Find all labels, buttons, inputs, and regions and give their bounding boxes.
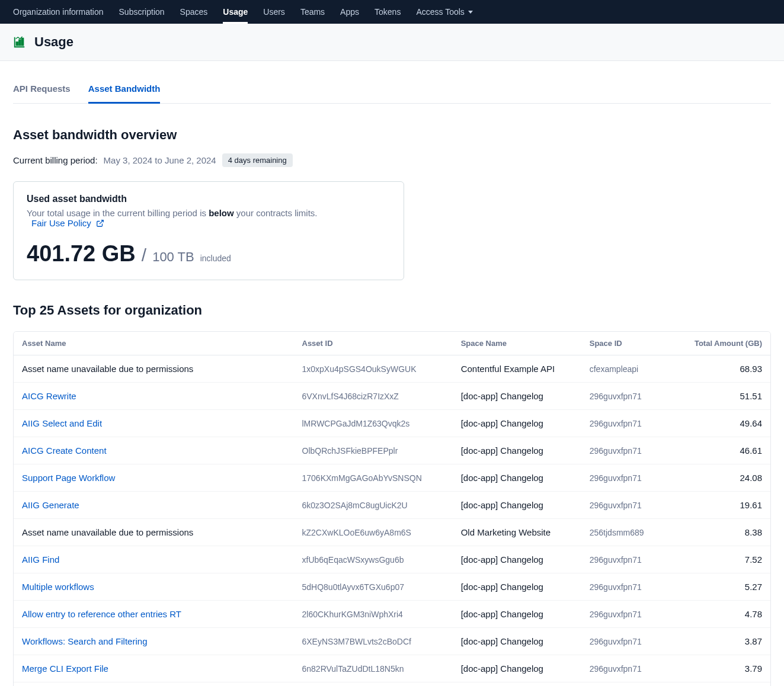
cell-asset-id: 1VQ3EUX3dqiVUKjF7NoF4K [294,682,453,686]
cell-total-amount: 5.27 [680,573,770,601]
usage-used: 401.72 GB [27,241,136,267]
cell-space-name: [doc-app] Changelog [453,410,581,437]
cell-space-name: [doc-app] Changelog [453,437,581,464]
cell-space-id: 296guvxfpn71 [581,573,680,601]
billing-label: Current billing period: [13,155,98,165]
cell-space-name: [doc-app] Changelog [453,601,581,628]
svg-line-3 [100,220,103,223]
top-assets-title: Top 25 Assets for organization [13,303,771,318]
asset-link[interactable]: AICG Rewrite [22,391,76,401]
asset-link[interactable]: Support Page Workflow [22,473,115,483]
cell-space-id: 296guvxfpn71 [581,628,680,655]
page-header: Usage [0,24,784,61]
cell-asset-id: 6k0z3O2SAj8mC8ugUicK2U [294,492,453,519]
cell-asset-id: 5dHQ8u0tlAyvx6TGXu6p07 [294,573,453,601]
cell-space-id: 296guvxfpn71 [581,410,680,437]
nav-usage[interactable]: Usage [223,0,248,24]
asset-link[interactable]: AICG Create Content [22,445,107,456]
usage-chart-icon [13,36,26,49]
nav-label: Teams [300,7,325,17]
cell-space-id: 296guvxfpn71 [581,464,680,492]
cell-asset-name: AIIG Find [14,546,294,573]
nav-label: Users [263,7,285,17]
tab-api-requests[interactable]: API Requests [13,76,71,103]
nav-subscription[interactable]: Subscription [119,0,165,24]
asset-link[interactable]: Allow entry to reference other entries R… [22,609,181,619]
table-row: AIIG Generate6k0z3O2SAj8mC8ugUicK2U[doc-… [14,492,770,519]
cell-asset-id: 1x0xpXu4pSGS4OukSyWGUK [294,355,453,383]
billing-period: Current billing period: May 3, 2024 to J… [13,153,771,167]
tab-asset-bandwidth[interactable]: Asset Bandwidth [88,76,161,104]
cell-asset-name: learning_center2 [14,682,294,686]
cell-asset-id: xfUb6qEqacWSxywsGgu6b [294,546,453,573]
table-row: Allow entry to reference other entries R… [14,601,770,628]
nav-spaces[interactable]: Spaces [180,0,208,24]
cell-space-id: 296guvxfpn71 [581,546,680,573]
top-nav: Organization informationSubscriptionSpac… [0,0,784,24]
cell-space-id: 296guvxfpn71 [581,492,680,519]
cell-asset-id: OlbQRchJSFkieBPFEPplr [294,437,453,464]
chevron-down-icon [468,11,473,14]
nav-users[interactable]: Users [263,0,285,24]
cell-asset-name: Merge CLI Export File [14,655,294,682]
cell-total-amount: 8.38 [680,519,770,546]
cell-total-amount: 3.79 [680,655,770,682]
nav-label: Organization information [13,7,104,17]
cell-space-id: 296guvxfpn71 [581,437,680,464]
usage-values: 401.72 GB / 100 TB included [27,241,391,267]
cell-total-amount: 3.2 [680,682,770,686]
nav-teams[interactable]: Teams [300,0,325,24]
days-remaining-badge: 4 days remaining [222,153,293,167]
table-row: Support Page Workflow1706KXmMgGAGoAbYvSN… [14,464,770,492]
table-row: learning_center21VQ3EUX3dqiVUKjF7NoF4K[d… [14,682,770,686]
cell-space-name: [doc-app] Changelog [453,492,581,519]
asset-link[interactable]: Workflows: Search and Filtering [22,636,147,646]
cell-asset-id: 6VXnvLfS4J68cizR7IzXxZ [294,383,453,410]
cell-total-amount: 68.93 [680,355,770,383]
asset-link[interactable]: AIIG Select and Edit [22,418,102,428]
cell-space-name: [doc-app] Changelog [453,546,581,573]
col-space-id: Space ID [581,332,680,355]
cell-space-name: Old Marketing Website [453,519,581,546]
col-asset-id: Asset ID [294,332,453,355]
fair-use-policy-link[interactable]: Fair Use Policy [31,218,104,228]
svg-rect-0 [17,42,18,46]
cell-asset-name: Workflows: Search and Filtering [14,628,294,655]
nav-apps[interactable]: Apps [340,0,359,24]
table-row: Asset name unavailable due to permission… [14,519,770,546]
external-link-icon [96,219,104,227]
cell-space-id: 256tjdsmm689 [581,519,680,546]
asset-link[interactable]: Merge CLI Export File [22,663,108,674]
asset-link[interactable]: Multiple workflows [22,582,94,592]
page-title: Usage [34,34,73,50]
cell-asset-name: Multiple workflows [14,573,294,601]
cell-space-name: [doc-app] Changelog [453,464,581,492]
table-row: AIIG Select and EditlMRWCPGaJdM1Z63Qvqk2… [14,410,770,437]
usage-included-label: included [200,254,231,263]
cell-asset-name: Asset name unavailable due to permission… [14,519,294,546]
cell-asset-id: kZ2CXwKLOoE6uw6yA8m6S [294,519,453,546]
desc-pre: Your total usage in the current billing … [27,208,209,218]
nav-label: Tokens [375,7,401,17]
link-text: Fair Use Policy [31,218,91,228]
nav-label: Usage [223,7,248,17]
cell-space-id: cfexampleapi [581,355,680,383]
cell-total-amount: 3.87 [680,628,770,655]
asset-link[interactable]: AIIG Generate [22,500,79,510]
card-title: Used asset bandwidth [27,194,391,204]
table-row: AICG Create ContentOlbQRchJSFkieBPFEPplr… [14,437,770,464]
nav-tokens[interactable]: Tokens [375,0,401,24]
nav-access-tools[interactable]: Access Tools [416,0,472,24]
table-row: Asset name unavailable due to permission… [14,355,770,383]
col-total: Total Amount (GB) [680,332,770,355]
cell-asset-name: Allow entry to reference other entries R… [14,601,294,628]
asset-link[interactable]: AIIG Find [22,554,59,565]
nav-organization-information[interactable]: Organization information [13,0,104,24]
nav-label: Access Tools [416,7,464,17]
cell-total-amount: 19.61 [680,492,770,519]
cell-space-id: 296guvxfpn71 [581,383,680,410]
cell-asset-name: AIIG Select and Edit [14,410,294,437]
col-asset-name: Asset Name [14,332,294,355]
cell-total-amount: 4.78 [680,601,770,628]
cell-asset-id: 2l60CKhurKGM3niWphXri4 [294,601,453,628]
